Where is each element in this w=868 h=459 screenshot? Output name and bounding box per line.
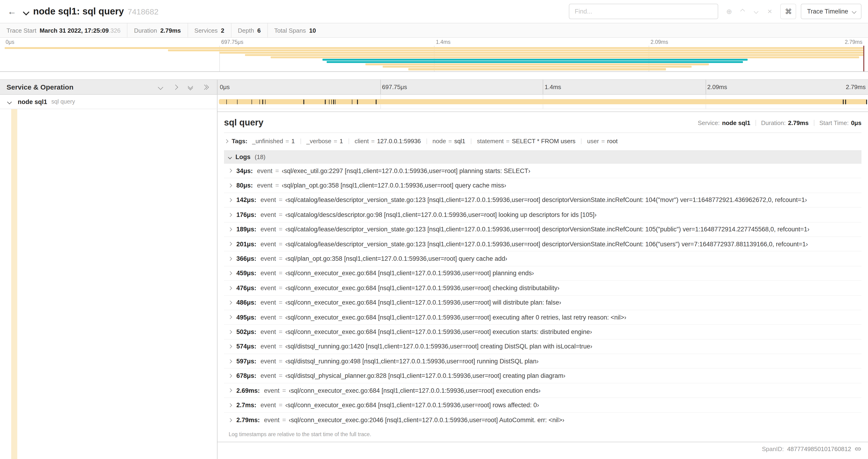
minimap-span-bar (365, 63, 709, 65)
next-match-icon[interactable] (752, 8, 760, 15)
time-tick-label: 1.4ms (436, 39, 451, 45)
find-input[interactable] (569, 4, 718, 19)
log-row[interactable]: 495μs: event = ‹sql/conn_executor_exec.g… (224, 310, 862, 325)
log-row[interactable]: 366μs: event = ‹sql/plan_opt.go:358 [nsq… (224, 252, 862, 266)
chevron-right-icon (228, 257, 232, 261)
timeline-column-headers: Service & Operation 0μs697.75μs1.4ms2.09… (0, 79, 868, 95)
time-tick-label: 2.09ms (651, 39, 668, 45)
log-row[interactable]: 597μs: event = ‹sql/distsql_running.go:4… (224, 354, 862, 369)
trace-view-selector[interactable]: Trace Timeline (801, 4, 862, 19)
log-row[interactable]: 176μs: event = ‹sql/catalog/descs/descri… (224, 207, 862, 222)
viewport-scrubber[interactable] (863, 46, 864, 71)
tag-value: 1 (340, 138, 343, 144)
span-name-cell[interactable]: node sql1 sql query (0, 95, 217, 109)
log-row[interactable]: 142μs: event = ‹sql/catalog/lease/descri… (224, 193, 862, 208)
deep-link-icon[interactable] (855, 446, 862, 453)
prev-match-icon[interactable] (739, 8, 746, 15)
log-row[interactable]: 574μs: event = ‹sql/distsql_running.go:1… (224, 339, 862, 354)
span-bar[interactable] (219, 99, 867, 104)
stat-label: Trace Start (6, 23, 36, 38)
trace-stat: Duration2.79ms (127, 23, 187, 38)
log-row[interactable]: 34μs: event = ‹sql/exec_util.go:2297 [ns… (224, 164, 862, 178)
span-tree-gutter (0, 109, 217, 459)
log-row[interactable]: 2.79ms: event = ‹sql/conn_executor_exec.… (224, 413, 862, 427)
minimap-canvas[interactable] (5, 46, 863, 71)
log-row[interactable]: 678μs: event = ‹sql/distsql_physical_pla… (224, 369, 862, 384)
log-marker (845, 99, 846, 104)
log-value: ‹sql/conn_executor_exec.go:684 [nsql1,cl… (285, 314, 626, 321)
log-row[interactable]: 189μs: event = ‹sql/catalog/lease/descri… (224, 222, 862, 237)
service-operation-title: Service & Operation (6, 83, 150, 91)
minimap-span-bar (271, 57, 859, 58)
expand-one-icon[interactable] (171, 83, 180, 91)
log-field-key: event (260, 240, 276, 248)
log-field-key: event (260, 270, 276, 277)
log-value: ‹sql/conn_executor_exec.go:684 [nsql1,cl… (285, 285, 559, 292)
log-value: ‹sql/plan_opt.go:358 [nsql1,client=127.0… (282, 182, 506, 189)
log-value: ‹sql/distsql_running.go:1420 [nsql1,clie… (285, 343, 592, 350)
log-value: ‹sql/conn_executor_exec.go:2046 [nsql1,c… (289, 417, 564, 424)
tag-key: statement (477, 138, 503, 144)
tag-equals-sign: = (506, 138, 509, 144)
log-marker (329, 99, 330, 104)
log-timestamp: 502μs: (236, 328, 256, 335)
time-tick-label: 1.4ms (545, 84, 561, 91)
meta-separator (814, 120, 814, 126)
stat-label: Services (194, 23, 218, 38)
log-field-key: event (260, 197, 276, 204)
log-marker (251, 99, 252, 104)
log-value: ‹sql/plan_opt.go:358 [nsql1,client=127.0… (285, 255, 507, 262)
collapse-trace-header-icon[interactable] (24, 9, 28, 14)
tags-accordion[interactable]: Tags: _unfinished=1_verbose=1client=127.… (224, 133, 862, 149)
log-field-key: event (264, 417, 280, 424)
logs-accordion-header[interactable]: Logs (18) (224, 150, 862, 164)
log-timestamp: 2.7ms: (236, 402, 256, 408)
stat-value: 2.79ms (160, 23, 181, 38)
log-row[interactable]: 459μs: event = ‹sql/conn_executor_exec.g… (224, 266, 862, 281)
stat-label: Total Spans (274, 23, 306, 38)
log-timestamp: 80μs: (236, 182, 253, 189)
chevron-right-icon (228, 228, 232, 231)
chevron-right-icon (228, 330, 232, 334)
log-field-key: event (260, 343, 276, 350)
log-row[interactable]: 2.7ms: event = ‹sql/conn_executor_exec.g… (224, 398, 862, 413)
log-row[interactable]: 486μs: event = ‹sql/conn_executor_exec.g… (224, 296, 862, 310)
time-tick-label: 2.09ms (707, 84, 727, 91)
focus-match-icon[interactable]: ⊕ (725, 8, 733, 15)
log-value: ‹sql/conn_executor_exec.go:684 [nsql1,cl… (285, 270, 534, 277)
trace-id: 7418682 (128, 7, 158, 17)
minimap-span-bar (219, 52, 863, 54)
log-marker (376, 99, 377, 104)
trace-view-selector-label: Trace Timeline (807, 8, 848, 15)
log-row[interactable]: 476μs: event = ‹sql/conn_executor_exec.g… (224, 281, 862, 296)
tag-equals-sign: = (601, 138, 605, 144)
back-button[interactable]: ← (6, 6, 19, 17)
tag-equals-sign: = (285, 138, 289, 144)
log-value: ‹sql/conn_executor_exec.go:684 [nsql1,cl… (285, 328, 592, 335)
stat-label: Depth (238, 23, 254, 38)
span-collapse-icon[interactable] (5, 97, 13, 106)
log-timestamp: 34μs: (236, 167, 253, 174)
collapse-all-icon[interactable] (186, 83, 195, 91)
time-tick-label: 0μs (220, 84, 229, 91)
log-equals-sign: = (279, 358, 283, 365)
log-marker (352, 99, 352, 104)
collapse-one-icon[interactable] (156, 83, 165, 91)
minimap-span-bar (5, 47, 863, 49)
trace-page-header: ← node sql1: sql query 7418682 ⊕ × ⌘ Tra… (0, 0, 868, 23)
log-row[interactable]: 502μs: event = ‹sql/conn_executor_exec.g… (224, 325, 862, 339)
log-row[interactable]: 80μs: event = ‹sql/plan_opt.go:358 [nsql… (224, 178, 862, 193)
log-field-key: event (260, 255, 276, 262)
log-value: ‹sql/catalog/lease/descriptor_version_st… (285, 197, 807, 204)
meta-service-value: node sql1 (722, 119, 750, 126)
log-row[interactable]: 2.69ms: event = ‹sql/conn_executor_exec.… (224, 384, 862, 398)
log-timestamp: 2.79ms: (236, 417, 260, 424)
clear-search-icon[interactable]: × (766, 8, 774, 15)
log-equals-sign: = (282, 387, 286, 394)
keyboard-shortcuts-button[interactable]: ⌘ (780, 4, 796, 19)
log-row[interactable]: 201μs: event = ‹sql/catalog/lease/descri… (224, 237, 862, 252)
expand-all-icon[interactable] (201, 83, 210, 91)
time-tick-label: 2.79ms (846, 84, 866, 91)
log-field-key: event (260, 211, 276, 218)
span-timeline-cell[interactable] (217, 95, 868, 109)
